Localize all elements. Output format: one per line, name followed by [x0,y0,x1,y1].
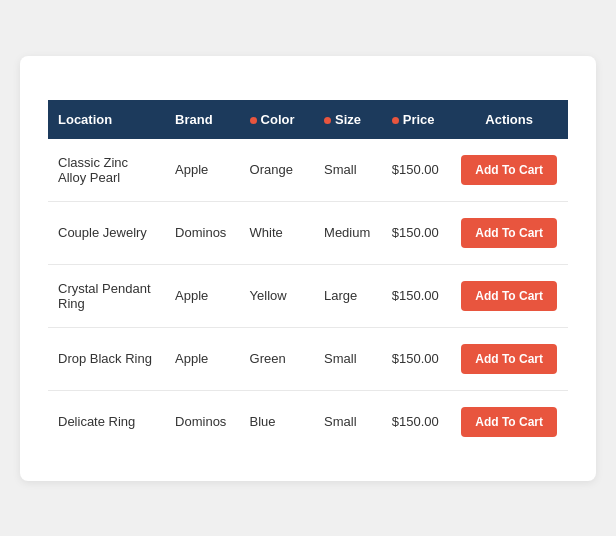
cell-brand: Dominos [165,201,240,264]
column-header-size: Size [314,100,382,139]
column-dot [392,117,399,124]
table-row: Delicate RingDominosBlueSmall$150.00Add … [48,390,568,453]
table-body: Classic Zinc Alloy PearlAppleOrangeSmall… [48,139,568,453]
add-to-cart-button[interactable]: Add To Cart [461,407,557,437]
cell-location: Classic Zinc Alloy Pearl [48,139,165,202]
cell-size: Small [314,139,382,202]
cell-size: Small [314,327,382,390]
cell-action: Add To Cart [450,327,568,390]
add-to-cart-button[interactable]: Add To Cart [461,281,557,311]
column-header-color: Color [240,100,315,139]
column-header-price: Price [382,100,450,139]
cell-brand: Apple [165,327,240,390]
cell-color: White [240,201,315,264]
column-label: Brand [175,112,213,127]
cell-color: Orange [240,139,315,202]
column-label: Actions [485,112,533,127]
cell-action: Add To Cart [450,264,568,327]
cell-size: Small [314,390,382,453]
add-to-cart-button[interactable]: Add To Cart [461,344,557,374]
table-row: Crystal Pendant RingAppleYellowLarge$150… [48,264,568,327]
cell-price: $150.00 [382,390,450,453]
add-to-cart-button[interactable]: Add To Cart [461,155,557,185]
cell-brand: Apple [165,264,240,327]
column-label: Location [58,112,112,127]
cell-price: $150.00 [382,327,450,390]
column-label: Color [261,112,295,127]
cell-location: Delicate Ring [48,390,165,453]
column-header-location: Location [48,100,165,139]
cell-action: Add To Cart [450,390,568,453]
cell-price: $150.00 [382,201,450,264]
products-table: LocationBrandColorSizePriceActions Class… [48,100,568,453]
cell-location: Drop Black Ring [48,327,165,390]
cell-price: $150.00 [382,264,450,327]
add-to-cart-button[interactable]: Add To Cart [461,218,557,248]
cell-action: Add To Cart [450,201,568,264]
cell-location: Couple Jewelry [48,201,165,264]
cell-brand: Dominos [165,390,240,453]
column-header-actions: Actions [450,100,568,139]
column-label: Size [335,112,361,127]
cell-brand: Apple [165,139,240,202]
table-row: Couple JewelryDominosWhiteMedium$150.00A… [48,201,568,264]
column-label: Price [403,112,435,127]
column-dot [250,117,257,124]
column-dot [324,117,331,124]
cell-price: $150.00 [382,139,450,202]
table-header: LocationBrandColorSizePriceActions [48,100,568,139]
table-row: Classic Zinc Alloy PearlAppleOrangeSmall… [48,139,568,202]
cell-size: Large [314,264,382,327]
main-card: LocationBrandColorSizePriceActions Class… [20,56,596,481]
cell-action: Add To Cart [450,139,568,202]
cell-size: Medium [314,201,382,264]
cell-color: Blue [240,390,315,453]
column-header-brand: Brand [165,100,240,139]
cell-color: Green [240,327,315,390]
cell-location: Crystal Pendant Ring [48,264,165,327]
cell-color: Yellow [240,264,315,327]
table-row: Drop Black RingAppleGreenSmall$150.00Add… [48,327,568,390]
